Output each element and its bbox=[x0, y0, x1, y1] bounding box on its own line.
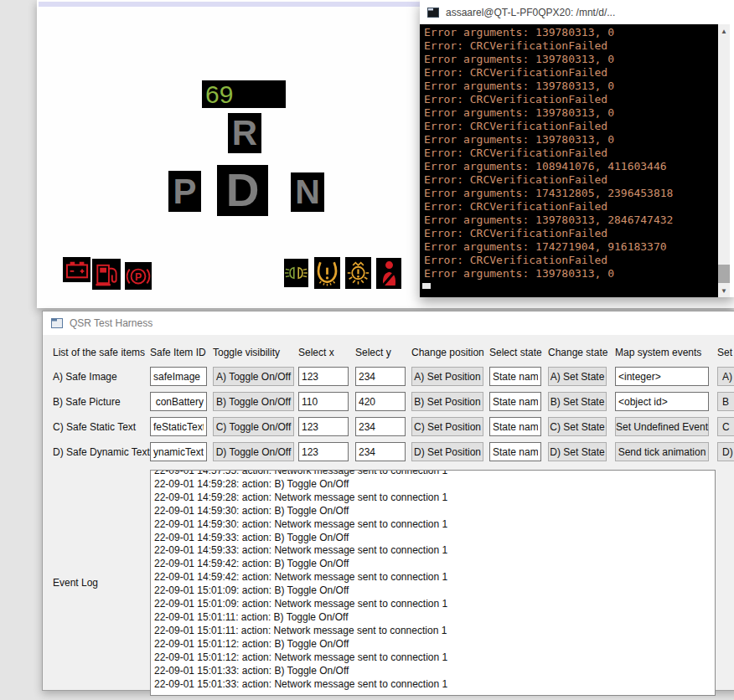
id-input-a[interactable] bbox=[150, 367, 207, 386]
y-input-b[interactable] bbox=[355, 392, 406, 411]
header-safe-item-id: Safe Item ID bbox=[150, 342, 213, 363]
header-select-x: Select x bbox=[298, 342, 355, 363]
x-input-b[interactable] bbox=[298, 392, 349, 411]
gear-indicator-park: P bbox=[168, 171, 201, 212]
terminal-line: Error: CRCVerificationFailed bbox=[424, 39, 718, 53]
event-log-label: Event Log bbox=[53, 470, 150, 696]
set-position-button-b[interactable]: B) Set Position bbox=[411, 392, 483, 411]
scrollbar-thumb[interactable] bbox=[718, 265, 730, 283]
scroll-down-icon[interactable]: ▼ bbox=[718, 285, 730, 296]
toggle-button-d[interactable]: D) Toggle On/Off bbox=[213, 442, 294, 461]
terminal-line: Error arguments: 139780313, 0 bbox=[424, 80, 718, 93]
terminal-title: assaarel@QT-L-PF0QPX20: /mnt/d/... bbox=[446, 7, 615, 18]
scroll-up-icon[interactable]: ▲ bbox=[718, 25, 730, 37]
terminal-line: Error arguments: 139780313, 0 bbox=[424, 106, 718, 120]
event-log-line: 22-09-01 15:01:33: action: B) Toggle On/… bbox=[154, 665, 711, 678]
terminal-scrollbar[interactable]: ▲ ▼ bbox=[718, 24, 730, 297]
qsr-titlebar[interactable]: QSR Test Harness bbox=[43, 311, 734, 335]
state-input-a[interactable] bbox=[489, 367, 541, 386]
terminal-line: Error: CRCVerificationFailed bbox=[424, 173, 718, 187]
set-state-button-a[interactable]: A) Set State bbox=[548, 367, 607, 386]
send-tick-animation-button[interactable]: Send tick animation bbox=[615, 442, 709, 461]
y-input-a[interactable] bbox=[355, 367, 406, 386]
header-toggle-visibility: Toggle visibility bbox=[213, 342, 298, 363]
event-log-row: Event Log 22-09-01 14:57:55: action: Net… bbox=[53, 470, 734, 696]
terminal-window: assaarel@QT-L-PF0QPX20: /mnt/d/... — □ ✕… bbox=[420, 0, 734, 297]
set-state-button-c[interactable]: C) Set State bbox=[548, 417, 607, 436]
set-undefined-event-button[interactable]: Set Undefined Event bbox=[615, 417, 709, 436]
set-state-button-b[interactable]: B) Set State bbox=[548, 392, 607, 411]
event-log-line: 22-09-01 15:01:12: action: Network messa… bbox=[154, 651, 711, 665]
set-state-button-d[interactable]: D) Set State bbox=[548, 442, 607, 461]
header-map-system-events: Map system events bbox=[615, 342, 717, 363]
toggle-button-b[interactable]: B) Toggle On/Off bbox=[213, 392, 294, 411]
row-label-safe-picture: B) Safe Picture bbox=[53, 392, 150, 411]
terminal-line: Error arguments: 108941076, 411603446 bbox=[424, 160, 718, 173]
header-select-y: Select y bbox=[355, 342, 411, 363]
map-event-input-b[interactable] bbox=[615, 392, 709, 411]
state-input-c[interactable] bbox=[489, 417, 541, 436]
overflow-button-c[interactable]: C bbox=[717, 417, 734, 436]
map-event-input-a[interactable] bbox=[615, 367, 709, 386]
header-select-state: Select state bbox=[489, 342, 548, 363]
toggle-button-a[interactable]: A) Toggle On/Off bbox=[213, 367, 294, 386]
terminal-line: Error: CRCVerificationFailed bbox=[424, 254, 718, 267]
row-label-safe-image: A) Safe Image bbox=[53, 367, 150, 386]
terminal-line: Error arguments: 139780313, 0 bbox=[424, 133, 718, 147]
position-lamp-icon bbox=[284, 259, 308, 287]
set-position-button-a[interactable]: A) Set Position bbox=[411, 367, 483, 386]
app-icon bbox=[51, 318, 63, 328]
event-log-line: 22-09-01 15:01:12: action: B) Toggle On/… bbox=[154, 638, 711, 651]
tpms-warning-icon bbox=[314, 257, 340, 289]
id-input-c[interactable] bbox=[150, 417, 207, 436]
event-log-line: 22-09-01 15:01:09: action: Network messa… bbox=[154, 598, 711, 611]
toggle-button-c[interactable]: C) Toggle On/Off bbox=[213, 417, 294, 436]
terminal-line: Error arguments: 139780313, 0 bbox=[424, 267, 718, 281]
event-log-line: 22-09-01 14:59:42: action: Network messa… bbox=[154, 571, 711, 584]
terminal-cursor bbox=[422, 283, 431, 289]
terminal-line: Error: CRCVerificationFailed bbox=[424, 120, 718, 133]
gear-indicator-neutral: N bbox=[291, 172, 324, 212]
event-log-line: 22-09-01 15:01:09: action: B) Toggle On/… bbox=[154, 584, 711, 598]
gear-indicator-drive: D bbox=[217, 165, 268, 216]
speed-display: 69 bbox=[202, 80, 286, 108]
terminal-line: Error arguments: 139780313, 2846747432 bbox=[424, 214, 718, 227]
event-log-line: 22-09-01 15:01:11: action: B) Toggle On/… bbox=[154, 611, 711, 625]
event-log-line: 22-09-01 14:59:42: action: B) Toggle On/… bbox=[154, 558, 711, 571]
state-input-b[interactable] bbox=[489, 392, 541, 411]
cluster-window-top-edge bbox=[39, 2, 421, 7]
event-log-line: 22-09-01 15:01:11: action: Network messa… bbox=[154, 625, 711, 638]
terminal-line: Error arguments: 174271904, 916183370 bbox=[424, 240, 718, 254]
terminal-line: Error: CRCVerificationFailed bbox=[424, 200, 718, 214]
y-input-d[interactable] bbox=[355, 442, 406, 461]
event-log-line: 22-09-01 15:01:33: action: Network messa… bbox=[154, 678, 711, 692]
header-change-position: Change position bbox=[411, 342, 489, 363]
terminal-line: Error arguments: 139780313, 0 bbox=[424, 26, 718, 39]
terminal-output[interactable]: Error arguments: 139780313, 0Error: CRCV… bbox=[420, 24, 718, 297]
overflow-button-d[interactable]: D) S bbox=[717, 442, 734, 461]
terminal-line: Error: CRCVerificationFailed bbox=[424, 227, 718, 240]
y-input-c[interactable] bbox=[355, 417, 406, 436]
safe-items-grid: List of the safe items Safe Item ID Togg… bbox=[53, 342, 734, 467]
event-log[interactable]: 22-09-01 14:57:55: action: Network messa… bbox=[150, 470, 716, 696]
set-position-button-d[interactable]: D) Set Position bbox=[411, 442, 483, 461]
x-input-d[interactable] bbox=[298, 442, 349, 461]
terminal-titlebar[interactable]: assaarel@QT-L-PF0QPX20: /mnt/d/... — □ ✕ bbox=[420, 0, 734, 24]
overflow-button-a[interactable]: A) bbox=[717, 367, 734, 386]
seatbelt-reminder-icon bbox=[376, 258, 401, 289]
terminal-line: Error: CRCVerificationFailed bbox=[424, 147, 718, 160]
event-log-line: 22-09-01 14:59:28: action: Network messa… bbox=[154, 492, 711, 505]
x-input-a[interactable] bbox=[298, 367, 349, 386]
id-input-d[interactable] bbox=[150, 442, 207, 461]
header-overflow: Set s bbox=[717, 342, 734, 363]
event-log-line: 22-09-01 14:57:55: action: Network messa… bbox=[154, 470, 711, 478]
parking-brake-icon: P bbox=[125, 262, 152, 290]
terminal-line: Error arguments: 139780313, 0 bbox=[424, 53, 718, 66]
event-log-line: 22-09-01 14:59:28: action: B) Toggle On/… bbox=[154, 478, 711, 492]
terminal-line: Error arguments: 174312805, 2396453818 bbox=[424, 187, 718, 200]
set-position-button-c[interactable]: C) Set Position bbox=[411, 417, 483, 436]
state-input-d[interactable] bbox=[489, 442, 541, 461]
overflow-button-b[interactable]: B bbox=[717, 392, 734, 411]
id-input-b[interactable] bbox=[150, 392, 207, 411]
x-input-c[interactable] bbox=[298, 417, 349, 436]
